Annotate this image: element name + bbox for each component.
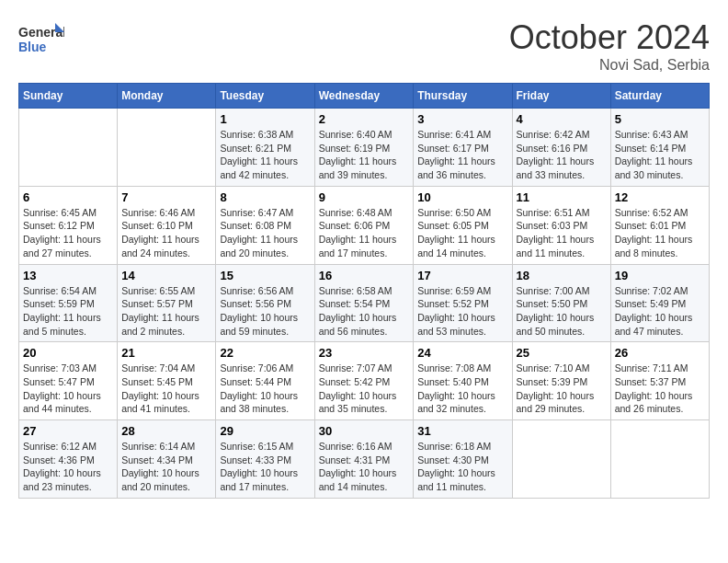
day-info: Sunrise: 7:07 AM Sunset: 5:42 PM Dayligh…	[319, 362, 410, 416]
page-header: General Blue October 2024 Novi Sad, Serb…	[18, 18, 710, 74]
day-number: 24	[417, 346, 507, 360]
day-info: Sunrise: 6:12 AM Sunset: 4:36 PM Dayligh…	[23, 440, 113, 494]
title-block: October 2024 Novi Sad, Serbia	[509, 18, 710, 74]
day-number: 1	[220, 112, 310, 126]
day-number: 4	[517, 112, 607, 126]
day-info: Sunrise: 6:46 AM Sunset: 6:10 PM Dayligh…	[121, 206, 211, 260]
calendar-header-row: SundayMondayTuesdayWednesdayThursdayFrid…	[19, 84, 710, 109]
svg-text:Blue: Blue	[18, 40, 47, 54]
day-number: 27	[23, 424, 113, 438]
calendar-cell: 4Sunrise: 6:42 AM Sunset: 6:16 PM Daylig…	[512, 109, 610, 187]
calendar-cell: 20Sunrise: 7:03 AM Sunset: 5:47 PM Dayli…	[19, 342, 118, 420]
calendar-table: SundayMondayTuesdayWednesdayThursdayFrid…	[18, 83, 710, 499]
day-of-week-header: Saturday	[610, 84, 709, 109]
day-info: Sunrise: 6:41 AM Sunset: 6:17 PM Dayligh…	[417, 128, 507, 182]
calendar-cell: 18Sunrise: 7:00 AM Sunset: 5:50 PM Dayli…	[512, 264, 610, 342]
day-info: Sunrise: 6:48 AM Sunset: 6:06 PM Dayligh…	[319, 206, 410, 260]
day-of-week-header: Wednesday	[314, 84, 414, 109]
calendar-cell: 25Sunrise: 7:10 AM Sunset: 5:39 PM Dayli…	[512, 342, 610, 420]
calendar-cell: 8Sunrise: 6:47 AM Sunset: 6:08 PM Daylig…	[216, 186, 314, 264]
day-info: Sunrise: 6:45 AM Sunset: 6:12 PM Dayligh…	[23, 206, 113, 260]
logo-icon: General Blue	[18, 18, 64, 55]
day-number: 17	[417, 269, 507, 282]
calendar-cell	[118, 109, 216, 187]
day-info: Sunrise: 7:00 AM Sunset: 5:50 PM Dayligh…	[517, 284, 607, 339]
calendar-week-row: 27Sunrise: 6:12 AM Sunset: 4:36 PM Dayli…	[19, 420, 710, 499]
calendar-cell: 26Sunrise: 7:11 AM Sunset: 5:37 PM Dayli…	[610, 342, 709, 420]
calendar-cell: 7Sunrise: 6:46 AM Sunset: 6:10 PM Daylig…	[118, 186, 216, 264]
day-info: Sunrise: 6:40 AM Sunset: 6:19 PM Dayligh…	[319, 128, 410, 182]
day-info: Sunrise: 6:47 AM Sunset: 6:08 PM Dayligh…	[220, 206, 310, 260]
day-info: Sunrise: 6:58 AM Sunset: 5:54 PM Dayligh…	[319, 284, 410, 339]
day-of-week-header: Friday	[512, 84, 610, 109]
day-info: Sunrise: 6:52 AM Sunset: 6:01 PM Dayligh…	[615, 206, 705, 260]
day-info: Sunrise: 6:43 AM Sunset: 6:14 PM Dayligh…	[615, 128, 705, 182]
location: Novi Sad, Serbia	[509, 57, 710, 74]
calendar-cell: 23Sunrise: 7:07 AM Sunset: 5:42 PM Dayli…	[314, 342, 414, 420]
day-number: 11	[517, 190, 607, 204]
day-info: Sunrise: 6:15 AM Sunset: 4:33 PM Dayligh…	[220, 440, 310, 494]
calendar-cell: 5Sunrise: 6:43 AM Sunset: 6:14 PM Daylig…	[610, 109, 709, 187]
calendar-week-row: 6Sunrise: 6:45 AM Sunset: 6:12 PM Daylig…	[19, 186, 710, 264]
calendar-cell	[610, 420, 709, 499]
calendar-body: 1Sunrise: 6:38 AM Sunset: 6:21 PM Daylig…	[19, 109, 710, 499]
calendar-cell: 28Sunrise: 6:14 AM Sunset: 4:34 PM Dayli…	[118, 420, 216, 499]
day-of-week-header: Sunday	[19, 84, 118, 109]
day-info: Sunrise: 7:02 AM Sunset: 5:49 PM Dayligh…	[615, 284, 705, 339]
day-number: 18	[517, 269, 607, 282]
day-info: Sunrise: 7:06 AM Sunset: 5:44 PM Dayligh…	[220, 362, 310, 416]
calendar-cell	[512, 420, 610, 499]
day-number: 12	[615, 190, 705, 204]
day-number: 31	[417, 424, 507, 438]
calendar-cell: 31Sunrise: 6:18 AM Sunset: 4:30 PM Dayli…	[414, 420, 512, 499]
day-number: 29	[220, 424, 310, 438]
logo: General Blue	[18, 18, 68, 55]
day-number: 8	[220, 190, 310, 204]
calendar-cell: 17Sunrise: 6:59 AM Sunset: 5:52 PM Dayli…	[414, 264, 512, 342]
day-info: Sunrise: 7:08 AM Sunset: 5:40 PM Dayligh…	[417, 362, 507, 416]
day-info: Sunrise: 6:38 AM Sunset: 6:21 PM Dayligh…	[220, 128, 310, 182]
day-of-week-header: Thursday	[414, 84, 512, 109]
day-info: Sunrise: 6:55 AM Sunset: 5:57 PM Dayligh…	[121, 284, 211, 339]
calendar-cell: 15Sunrise: 6:56 AM Sunset: 5:56 PM Dayli…	[216, 264, 314, 342]
day-number: 9	[319, 190, 410, 204]
calendar-week-row: 20Sunrise: 7:03 AM Sunset: 5:47 PM Dayli…	[19, 342, 710, 420]
calendar-week-row: 1Sunrise: 6:38 AM Sunset: 6:21 PM Daylig…	[19, 109, 710, 187]
day-info: Sunrise: 7:10 AM Sunset: 5:39 PM Dayligh…	[517, 362, 607, 416]
day-number: 30	[319, 424, 410, 438]
calendar-cell: 19Sunrise: 7:02 AM Sunset: 5:49 PM Dayli…	[610, 264, 709, 342]
day-info: Sunrise: 6:16 AM Sunset: 4:31 PM Dayligh…	[319, 440, 410, 494]
calendar-cell: 16Sunrise: 6:58 AM Sunset: 5:54 PM Dayli…	[314, 264, 414, 342]
day-number: 26	[615, 346, 705, 360]
day-number: 22	[220, 346, 310, 360]
day-info: Sunrise: 6:51 AM Sunset: 6:03 PM Dayligh…	[517, 206, 607, 260]
calendar-cell: 22Sunrise: 7:06 AM Sunset: 5:44 PM Dayli…	[216, 342, 314, 420]
day-number: 13	[23, 269, 113, 282]
day-number: 21	[121, 346, 211, 360]
calendar-cell: 29Sunrise: 6:15 AM Sunset: 4:33 PM Dayli…	[216, 420, 314, 499]
calendar-cell: 24Sunrise: 7:08 AM Sunset: 5:40 PM Dayli…	[414, 342, 512, 420]
day-info: Sunrise: 7:04 AM Sunset: 5:45 PM Dayligh…	[121, 362, 211, 416]
day-number: 16	[319, 269, 410, 282]
day-info: Sunrise: 7:03 AM Sunset: 5:47 PM Dayligh…	[23, 362, 113, 416]
day-number: 23	[319, 346, 410, 360]
day-number: 15	[220, 269, 310, 282]
calendar-cell	[19, 109, 118, 187]
month-title: October 2024	[509, 18, 710, 57]
day-number: 2	[319, 112, 410, 126]
calendar-cell: 12Sunrise: 6:52 AM Sunset: 6:01 PM Dayli…	[610, 186, 709, 264]
day-number: 7	[121, 190, 211, 204]
day-info: Sunrise: 6:56 AM Sunset: 5:56 PM Dayligh…	[220, 284, 310, 339]
calendar-cell: 27Sunrise: 6:12 AM Sunset: 4:36 PM Dayli…	[19, 420, 118, 499]
calendar-cell: 6Sunrise: 6:45 AM Sunset: 6:12 PM Daylig…	[19, 186, 118, 264]
calendar-cell: 13Sunrise: 6:54 AM Sunset: 5:59 PM Dayli…	[19, 264, 118, 342]
calendar-cell: 14Sunrise: 6:55 AM Sunset: 5:57 PM Dayli…	[118, 264, 216, 342]
day-number: 20	[23, 346, 113, 360]
day-info: Sunrise: 6:59 AM Sunset: 5:52 PM Dayligh…	[417, 284, 507, 339]
calendar-cell: 1Sunrise: 6:38 AM Sunset: 6:21 PM Daylig…	[216, 109, 314, 187]
day-info: Sunrise: 6:54 AM Sunset: 5:59 PM Dayligh…	[23, 284, 113, 339]
calendar-cell: 11Sunrise: 6:51 AM Sunset: 6:03 PM Dayli…	[512, 186, 610, 264]
day-number: 19	[615, 269, 705, 282]
calendar-cell: 21Sunrise: 7:04 AM Sunset: 5:45 PM Dayli…	[118, 342, 216, 420]
day-of-week-header: Monday	[118, 84, 216, 109]
